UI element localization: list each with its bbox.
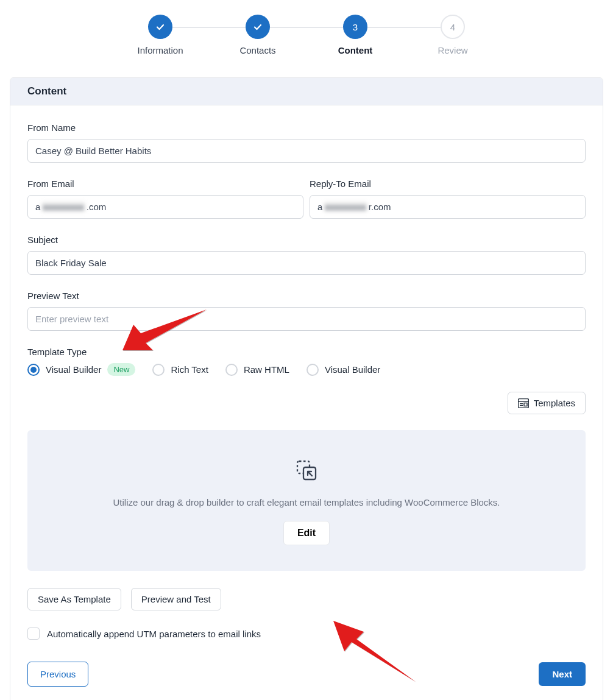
step-review[interactable]: 4 Review xyxy=(404,15,501,55)
drag-drop-icon xyxy=(292,456,321,487)
reply-to-email-prefix: a xyxy=(317,202,322,212)
radio-label: Rich Text xyxy=(171,364,208,375)
step-label: Content xyxy=(338,45,373,55)
radio-icon xyxy=(27,364,40,376)
radio-icon xyxy=(152,364,165,376)
check-icon xyxy=(246,15,270,39)
step-label: Information xyxy=(137,45,183,55)
subject-group: Subject xyxy=(27,235,586,275)
from-email-suffix: .com xyxy=(87,202,107,212)
preview-text-input[interactable] xyxy=(27,307,586,331)
from-email-label: From Email xyxy=(27,179,303,189)
step-number: 4 xyxy=(441,15,465,39)
radio-icon xyxy=(306,364,319,376)
templates-icon xyxy=(518,398,529,408)
step-label: Contacts xyxy=(239,45,275,55)
builder-box: Utilize our drag & drop builder to craft… xyxy=(27,430,586,571)
templates-button[interactable]: Templates xyxy=(508,392,586,414)
check-icon xyxy=(148,15,172,39)
templates-button-label: Templates xyxy=(534,398,575,408)
from-name-label: From Name xyxy=(27,122,586,133)
from-email-group: From Email a xxxxxxxxx .com xyxy=(27,179,303,219)
step-information[interactable]: Information xyxy=(112,15,209,55)
redacted-text: xxxxxxxxx xyxy=(324,202,367,212)
utm-checkbox-label: Automatically append UTM parameters to e… xyxy=(47,629,261,639)
content-card: Content From Name From Email a xxxxxxxxx… xyxy=(10,77,603,700)
template-type-label: Template Type xyxy=(27,347,586,357)
radio-icon xyxy=(225,364,238,376)
template-type-group: Template Type Visual Builder New Rich Te… xyxy=(27,347,586,376)
preview-and-test-button[interactable]: Preview and Test xyxy=(131,588,221,610)
reply-to-email-group: Reply-To Email a xxxxxxxxx r.com xyxy=(310,179,586,219)
radio-label: Visual Builder xyxy=(46,364,101,375)
builder-text: Utilize our drag & drop builder to craft… xyxy=(40,497,573,507)
reply-to-email-input[interactable]: a xxxxxxxxx r.com xyxy=(310,195,586,219)
next-button[interactable]: Next xyxy=(539,662,586,686)
preview-text-group: Preview Text xyxy=(27,291,586,331)
edit-button[interactable]: Edit xyxy=(283,521,330,545)
radio-label: Raw HTML xyxy=(244,364,289,375)
redacted-text: xxxxxxxxx xyxy=(41,202,85,212)
radio-rich-text[interactable]: Rich Text xyxy=(152,364,208,376)
svg-rect-5 xyxy=(524,403,527,406)
preview-text-label: Preview Text xyxy=(27,291,586,301)
step-number: 3 xyxy=(343,15,367,39)
stepper: Information Contacts 3 Content 4 Review xyxy=(93,15,520,55)
from-email-prefix: a xyxy=(35,202,40,212)
from-name-group: From Name xyxy=(27,122,586,163)
radio-raw-html[interactable]: Raw HTML xyxy=(225,364,289,376)
radio-label: Visual Builder xyxy=(325,364,380,375)
reply-to-email-label: Reply-To Email xyxy=(310,179,586,189)
new-badge: New xyxy=(107,363,135,376)
radio-visual-builder-new[interactable]: Visual Builder New xyxy=(27,363,135,376)
from-email-input[interactable]: a xxxxxxxxx .com xyxy=(27,195,303,219)
reply-to-email-suffix: r.com xyxy=(369,202,391,212)
utm-checkbox-row[interactable]: Automatically append UTM parameters to e… xyxy=(27,628,586,640)
radio-visual-builder[interactable]: Visual Builder xyxy=(306,364,380,376)
subject-label: Subject xyxy=(27,235,586,245)
save-as-template-button[interactable]: Save As Template xyxy=(27,588,121,610)
subject-input[interactable] xyxy=(27,251,586,275)
step-label: Review xyxy=(438,45,467,55)
step-content[interactable]: 3 Content xyxy=(306,15,404,55)
from-name-input[interactable] xyxy=(27,139,586,163)
card-header: Content xyxy=(10,78,603,105)
checkbox-icon[interactable] xyxy=(27,628,40,640)
previous-button[interactable]: Previous xyxy=(27,662,88,687)
step-contacts[interactable]: Contacts xyxy=(209,15,306,55)
